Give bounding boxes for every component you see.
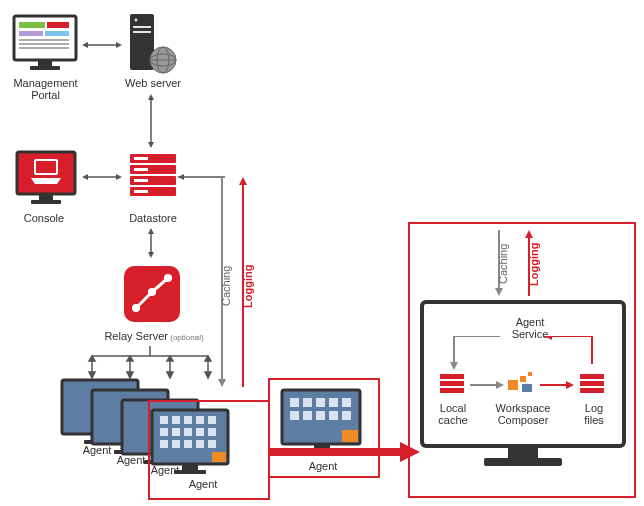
svg-rect-26 (39, 194, 53, 200)
svg-rect-16 (133, 31, 151, 33)
caching-label-left: Caching (220, 256, 232, 316)
single-agent-box (268, 378, 380, 478)
svg-rect-133 (522, 384, 532, 392)
svg-marker-23 (148, 142, 154, 148)
svg-rect-125 (440, 374, 464, 379)
arrow-composer-to-log (540, 380, 574, 390)
relay-server-label: Relay Server (optional) (104, 330, 204, 342)
local-cache-icon (438, 372, 466, 400)
management-portal-label: Management Portal (8, 77, 83, 101)
svg-marker-22 (148, 94, 154, 100)
relay-server-icon (120, 262, 184, 326)
svg-rect-15 (133, 26, 151, 28)
management-portal-icon (12, 14, 78, 74)
datastore-label: Datastore (118, 212, 188, 224)
svg-rect-7 (19, 47, 69, 49)
svg-marker-135 (566, 381, 574, 389)
svg-rect-2 (47, 22, 69, 28)
arrow-console-to-datastore (82, 172, 122, 182)
svg-rect-126 (440, 381, 464, 386)
svg-marker-129 (496, 381, 504, 389)
arrow-mgmt-to-web (82, 40, 122, 50)
console-icon (15, 150, 77, 208)
svg-marker-40 (178, 174, 184, 180)
svg-rect-138 (580, 388, 604, 393)
selected-agent-box (148, 400, 270, 500)
big-red-arrow (270, 442, 420, 462)
svg-marker-115 (525, 230, 533, 238)
datastore-icon (128, 150, 178, 206)
svg-marker-12 (116, 42, 122, 48)
svg-marker-42 (148, 228, 154, 234)
svg-marker-43 (148, 252, 154, 258)
agent-service-connectors (432, 336, 612, 372)
svg-marker-121 (450, 362, 458, 370)
svg-rect-1 (19, 22, 45, 28)
svg-marker-30 (116, 174, 122, 180)
arrow-cache-to-composer (470, 380, 504, 390)
svg-marker-47 (239, 177, 247, 185)
relay-fanout (80, 346, 220, 380)
log-files-label: Log files (574, 402, 614, 426)
logging-label-left: Logging (242, 256, 254, 316)
svg-rect-4 (45, 31, 69, 36)
svg-rect-118 (484, 458, 562, 466)
svg-rect-136 (580, 374, 604, 379)
svg-rect-37 (134, 179, 148, 182)
logging-label-detail: Logging (528, 240, 540, 288)
workspace-composer-label: Workspace Composer (490, 402, 556, 426)
svg-marker-113 (495, 288, 503, 296)
log-files-icon (578, 372, 606, 400)
arrow-datastore-to-relay (146, 228, 156, 258)
svg-rect-130 (508, 380, 518, 390)
svg-rect-38 (134, 190, 148, 193)
svg-rect-137 (580, 381, 604, 386)
workspace-composer-icon (506, 370, 536, 394)
svg-rect-127 (440, 388, 464, 393)
svg-rect-131 (520, 376, 526, 382)
svg-rect-132 (528, 372, 532, 376)
caching-label-detail: Caching (497, 240, 509, 288)
svg-rect-8 (38, 60, 52, 66)
svg-rect-5 (19, 39, 69, 41)
svg-rect-3 (19, 31, 43, 36)
svg-point-14 (135, 19, 138, 22)
svg-rect-36 (134, 168, 148, 171)
svg-rect-110 (270, 448, 402, 456)
svg-marker-11 (82, 42, 88, 48)
arrow-web-to-datastore (146, 94, 156, 148)
svg-rect-35 (134, 157, 148, 160)
svg-rect-9 (30, 66, 60, 70)
svg-rect-117 (508, 446, 538, 458)
console-label: Console (14, 212, 74, 224)
globe-icon (148, 45, 178, 75)
svg-marker-124 (544, 336, 552, 340)
svg-rect-27 (31, 200, 61, 204)
svg-rect-6 (19, 43, 69, 45)
svg-marker-29 (82, 174, 88, 180)
local-cache-label: Local cache (430, 402, 476, 426)
web-server-label: Web server (118, 77, 188, 89)
